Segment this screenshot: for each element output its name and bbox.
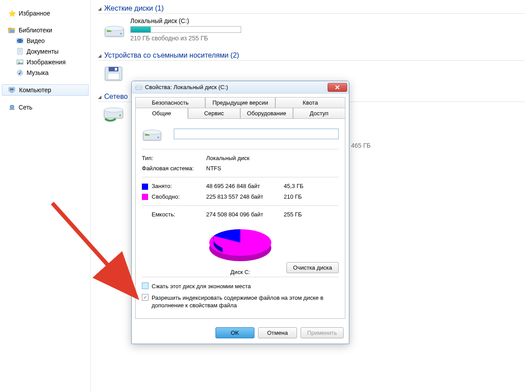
section-title: Жесткие диски (1) [104,4,164,12]
separator [142,149,339,149]
close-button[interactable] [328,83,347,92]
svg-rect-27 [115,68,117,71]
nav-label: Сеть [19,104,32,111]
svg-rect-7 [22,42,23,43]
nav-label: Изображения [27,59,66,66]
capacity-label: Емкость: [142,211,206,218]
disk-cleanup-button[interactable]: Очистка диска [286,262,339,273]
used-label: Занято: [142,183,206,190]
tab-previous-versions[interactable]: Предыдущие версии [205,97,275,108]
drive-c-card[interactable]: Локальный диск (C:) 210 ГБ свободно из 2… [98,14,266,45]
nav-network[interactable]: Сеть [0,102,90,113]
volume-label-input[interactable] [174,129,339,139]
usage-pie-chart [203,220,278,265]
close-icon [335,85,340,90]
tab-security[interactable]: Безопасность [135,97,205,108]
nav-label: Библиотеки [19,27,52,34]
svg-point-30 [119,114,121,116]
documents-icon [16,47,24,55]
libraries-icon [8,26,16,34]
nav-pictures[interactable]: Изображения [0,57,90,67]
svg-rect-2 [10,30,14,33]
drive-icon [142,125,163,143]
tab-panel-general: Тип: Локальный диск Файловая система: NT… [135,118,345,319]
svg-point-13 [18,61,20,63]
tab-strip: Безопасность Предыдущие версии Квота Общ… [132,94,349,119]
caret-down-icon: ◢ [98,53,102,58]
nav-label: Компьютер [19,86,51,94]
filesystem-label: Файловая система: [142,165,206,172]
svg-point-15 [19,73,20,74]
caret-down-icon: ◢ [98,94,102,99]
partial-drive-free-text: 465 ГБ [351,142,371,149]
tab-quota[interactable]: Квота [275,97,345,108]
computer-icon [8,86,16,94]
drive-usage-fill [131,27,151,32]
nav-videos[interactable]: Видео [0,35,90,46]
separator [142,205,339,206]
used-swatch [142,184,148,190]
nav-label: Избранное [19,10,50,17]
svg-rect-1 [8,28,12,29]
dialog-title: Свойства: Локальный диск (C:) [145,84,325,90]
drive-icon [102,20,127,39]
images-icon [16,58,24,66]
index-label: Разрешить индексировать содержимое файло… [152,294,339,310]
tab-tools[interactable]: Сервис [188,108,241,119]
svg-point-36 [157,137,159,138]
nav-sidebar: ⭐ Избранное Библиотеки Видео Документы [0,0,91,392]
filesystem-value: NTFS [206,165,284,172]
video-icon [16,37,24,45]
section-title: Сетево [104,93,128,101]
drive-usage-bar [130,26,241,33]
type-value: Локальный диск [206,155,284,161]
svg-point-37 [143,130,161,134]
svg-rect-20 [9,109,15,110]
dialog-titlebar[interactable]: Свойства: Локальный диск (C:) [132,81,349,94]
capacity-bytes: 274 508 804 096 байт [206,211,284,218]
capacity-gb: 255 ГБ [284,211,315,218]
network-drive-icon [102,106,125,124]
free-gb: 210 ГБ [284,193,315,200]
svg-point-33 [136,85,142,87]
svg-rect-28 [108,73,119,79]
compress-label: Сжать этот диск для экономии места [152,282,251,290]
free-swatch [142,194,148,200]
network-icon [8,103,16,111]
compress-checkbox[interactable] [142,282,149,289]
cancel-button[interactable]: Отмена [258,327,297,338]
ok-button[interactable]: OK [215,327,254,338]
tab-sharing[interactable]: Доступ [293,108,346,119]
nav-computer[interactable]: Компьютер [2,84,89,96]
nav-libraries[interactable]: Библиотеки [0,25,90,35]
nav-favorites[interactable]: ⭐ Избранное [0,8,90,19]
index-checkbox[interactable]: ✓ [142,294,149,301]
used-gb: 45,3 ГБ [284,183,315,190]
tab-hardware[interactable]: Оборудование [240,108,293,119]
floppy-icon [102,64,125,83]
section-hdd-header[interactable]: ◢ Жесткие диски (1) [98,4,525,14]
svg-point-14 [17,70,23,75]
music-icon [16,69,24,77]
separator [142,177,339,177]
svg-rect-6 [22,39,23,40]
svg-rect-5 [17,42,18,43]
used-bytes: 48 695 246 848 байт [206,183,284,190]
nav-label: Видео [27,37,45,44]
section-removable-header[interactable]: ◢ Устройства со съемными носителями (2) [98,51,525,61]
svg-point-24 [105,26,124,31]
dialog-actions: OK Отмена Применить [132,323,349,344]
type-label: Тип: [142,155,206,161]
nav-music[interactable]: Музыка [0,67,90,78]
drive-name: Локальный диск (C:) [130,17,262,24]
apply-button[interactable]: Применить [301,327,344,338]
drive-icon [135,84,142,90]
tab-general[interactable]: Общие [135,108,188,119]
star-icon: ⭐ [8,9,16,17]
svg-point-23 [120,33,122,35]
nav-documents[interactable]: Документы [0,46,90,57]
nav-label: Документы [27,48,59,55]
properties-dialog: Свойства: Локальный диск (C:) Безопаснос… [131,81,349,344]
free-bytes: 225 813 557 248 байт [206,193,284,200]
svg-rect-17 [10,88,14,90]
